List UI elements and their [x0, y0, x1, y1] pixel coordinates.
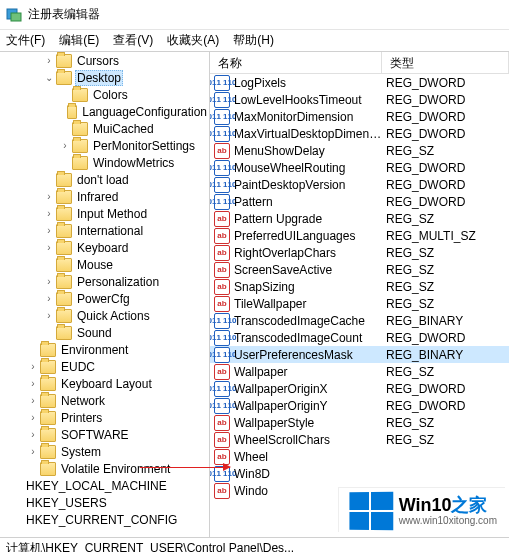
- value-type: REG_MULTI_SZ: [386, 229, 509, 243]
- tree-item[interactable]: ⌄Desktop: [0, 69, 209, 86]
- column-type[interactable]: 类型: [382, 52, 509, 73]
- value-name: Pattern Upgrade: [234, 212, 386, 226]
- chevron-right-icon[interactable]: ›: [26, 429, 40, 440]
- folder-icon: [40, 462, 56, 476]
- list-row[interactable]: abSnapSizingREG_SZ: [210, 278, 509, 295]
- tree-item[interactable]: WindowMetrics: [0, 154, 209, 171]
- chevron-right-icon[interactable]: ›: [42, 208, 56, 219]
- binary-value-icon: 011 110: [214, 398, 230, 414]
- list-row[interactable]: 011 110TranscodedImageCacheREG_BINARY: [210, 312, 509, 329]
- chevron-down-icon[interactable]: ⌄: [42, 72, 56, 83]
- list-row[interactable]: abWheel: [210, 448, 509, 465]
- folder-icon: [72, 88, 88, 102]
- tree-item-label: HKEY_CURRENT_CONFIG: [24, 512, 179, 528]
- tree-item[interactable]: ›Keyboard: [0, 239, 209, 256]
- tree-item[interactable]: ›Network: [0, 392, 209, 409]
- tree-item[interactable]: Sound: [0, 324, 209, 341]
- chevron-right-icon[interactable]: ›: [42, 191, 56, 202]
- chevron-right-icon[interactable]: ›: [26, 378, 40, 389]
- chevron-right-icon[interactable]: ›: [42, 225, 56, 236]
- tree-item[interactable]: ›System: [0, 443, 209, 460]
- tree-item[interactable]: Mouse: [0, 256, 209, 273]
- menu-edit[interactable]: 编辑(E): [59, 32, 99, 49]
- chevron-right-icon[interactable]: ›: [58, 140, 72, 151]
- list-row[interactable]: 011 110MaxMonitorDimensionREG_DWORD: [210, 108, 509, 125]
- tree-item-label: International: [75, 223, 145, 239]
- menu-favorites[interactable]: 收藏夹(A): [167, 32, 219, 49]
- list-row[interactable]: abWallpaperStyleREG_SZ: [210, 414, 509, 431]
- column-name[interactable]: 名称: [210, 52, 382, 73]
- value-name: WallpaperStyle: [234, 416, 386, 430]
- value-type: REG_DWORD: [386, 331, 509, 345]
- tree-item[interactable]: Volatile Environment: [0, 460, 209, 477]
- list-row[interactable]: abTileWallpaperREG_SZ: [210, 295, 509, 312]
- list-row[interactable]: 011 110PatternREG_DWORD: [210, 193, 509, 210]
- list-row[interactable]: abWheelScrollCharsREG_SZ: [210, 431, 509, 448]
- list-row[interactable]: 011 110WallpaperOriginXREG_DWORD: [210, 380, 509, 397]
- tree-item[interactable]: HKEY_CURRENT_CONFIG: [0, 511, 209, 528]
- folder-icon: [40, 394, 56, 408]
- menu-file[interactable]: 文件(F): [6, 32, 45, 49]
- tree-item[interactable]: ›SOFTWARE: [0, 426, 209, 443]
- list-row[interactable]: abWallpaperREG_SZ: [210, 363, 509, 380]
- value-name: ScreenSaveActive: [234, 263, 386, 277]
- list-row[interactable]: 011 110LogPixelsREG_DWORD: [210, 74, 509, 91]
- value-name: Win8D: [234, 467, 386, 481]
- tree-item[interactable]: Environment: [0, 341, 209, 358]
- tree-item[interactable]: ›Infrared: [0, 188, 209, 205]
- list-pane[interactable]: 名称 类型 011 110LogPixelsREG_DWORD011 110Lo…: [210, 52, 509, 537]
- chevron-right-icon[interactable]: ›: [26, 412, 40, 423]
- menu-help[interactable]: 帮助(H): [233, 32, 274, 49]
- tree-item[interactable]: ›Printers: [0, 409, 209, 426]
- tree-item[interactable]: ›Personalization: [0, 273, 209, 290]
- tree-item-label: LanguageConfiguration: [80, 104, 209, 120]
- list-row[interactable]: abScreenSaveActiveREG_SZ: [210, 261, 509, 278]
- chevron-right-icon[interactable]: ›: [26, 361, 40, 372]
- list-row[interactable]: abRightOverlapCharsREG_SZ: [210, 244, 509, 261]
- menubar: 文件(F) 编辑(E) 查看(V) 收藏夹(A) 帮助(H): [0, 30, 509, 52]
- list-row[interactable]: 011 110WallpaperOriginYREG_DWORD: [210, 397, 509, 414]
- menu-view[interactable]: 查看(V): [113, 32, 153, 49]
- chevron-right-icon[interactable]: ›: [26, 395, 40, 406]
- binary-value-icon: 011 110: [214, 330, 230, 346]
- tree-item[interactable]: Colors: [0, 86, 209, 103]
- tree-item[interactable]: ›Keyboard Layout: [0, 375, 209, 392]
- list-row[interactable]: 011 110LowLevelHooksTimeoutREG_DWORD: [210, 91, 509, 108]
- chevron-right-icon[interactable]: ›: [42, 310, 56, 321]
- string-value-icon: ab: [214, 279, 230, 295]
- list-row[interactable]: 011 110MouseWheelRoutingREG_DWORD: [210, 159, 509, 176]
- list-row[interactable]: abMenuShowDelayREG_SZ: [210, 142, 509, 159]
- value-name: WallpaperOriginY: [234, 399, 386, 413]
- tree-item[interactable]: don't load: [0, 171, 209, 188]
- tree-item[interactable]: ›PowerCfg: [0, 290, 209, 307]
- tree-item[interactable]: LanguageConfiguration: [0, 103, 209, 120]
- value-name: UserPreferencesMask: [234, 348, 386, 362]
- list-row[interactable]: 011 110Win8D: [210, 465, 509, 482]
- list-row[interactable]: abPreferredUILanguagesREG_MULTI_SZ: [210, 227, 509, 244]
- chevron-right-icon[interactable]: ›: [42, 293, 56, 304]
- list-row[interactable]: 011 110PaintDesktopVersionREG_DWORD: [210, 176, 509, 193]
- binary-value-icon: 011 110: [214, 313, 230, 329]
- list-row[interactable]: 011 110TranscodedImageCountREG_DWORD: [210, 329, 509, 346]
- list-row[interactable]: 011 110MaxVirtualDesktopDimensionREG_DWO…: [210, 125, 509, 142]
- chevron-right-icon[interactable]: ›: [42, 276, 56, 287]
- list-row[interactable]: 011 110UserPreferencesMaskREG_BINARY: [210, 346, 509, 363]
- value-name: LogPixels: [234, 76, 386, 90]
- value-name: SnapSizing: [234, 280, 386, 294]
- chevron-right-icon[interactable]: ›: [26, 446, 40, 457]
- tree-item[interactable]: ›EUDC: [0, 358, 209, 375]
- tree-item[interactable]: HKEY_USERS: [0, 494, 209, 511]
- chevron-right-icon[interactable]: ›: [42, 55, 56, 66]
- tree-item[interactable]: ›Quick Actions: [0, 307, 209, 324]
- folder-icon: [56, 258, 72, 272]
- tree-item[interactable]: ›Cursors: [0, 52, 209, 69]
- tree-item[interactable]: HKEY_LOCAL_MACHINE: [0, 477, 209, 494]
- list-row[interactable]: abPattern UpgradeREG_SZ: [210, 210, 509, 227]
- tree-item[interactable]: MuiCached: [0, 120, 209, 137]
- tree-pane[interactable]: ›Cursors⌄DesktopColorsLanguageConfigurat…: [0, 52, 210, 537]
- chevron-right-icon[interactable]: ›: [42, 242, 56, 253]
- tree-item[interactable]: ›PerMonitorSettings: [0, 137, 209, 154]
- tree-item-label: MuiCached: [91, 121, 156, 137]
- tree-item[interactable]: ›International: [0, 222, 209, 239]
- tree-item[interactable]: ›Input Method: [0, 205, 209, 222]
